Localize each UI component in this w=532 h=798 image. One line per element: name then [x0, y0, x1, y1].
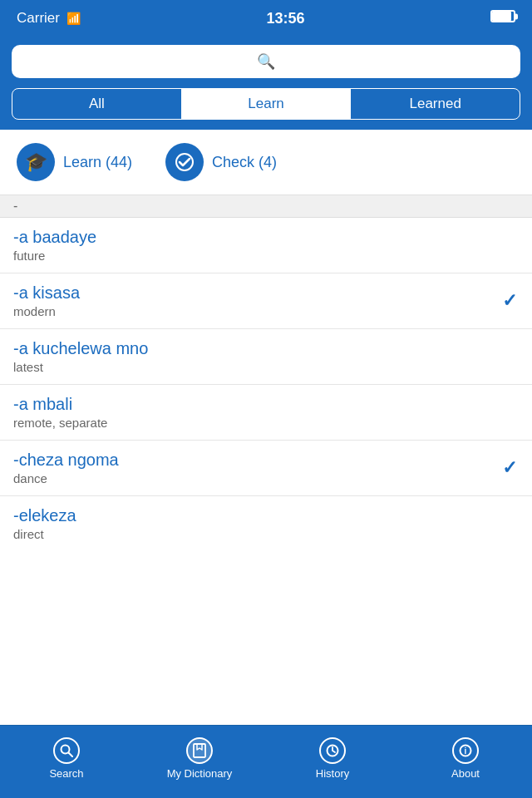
search-bar[interactable]: 🔍: [12, 45, 520, 78]
learn-stat[interactable]: 🎓 Learn (44): [17, 143, 132, 181]
status-bar: Carrier 📶 13:56: [0, 0, 532, 37]
word-item[interactable]: -a kisasa modern ✓: [0, 273, 532, 329]
svg-rect-3: [194, 744, 205, 757]
word-item[interactable]: -cheza ngoma dance ✓: [0, 441, 532, 496]
checkmark-icon: ✓: [502, 290, 517, 312]
tab-history-label: History: [316, 767, 349, 780]
stats-row: 🎓 Learn (44) Check (4): [0, 130, 532, 195]
word-definition: direct: [13, 527, 519, 541]
search-icon: 🔍: [257, 52, 275, 71]
check-stat-label: Check (4): [212, 154, 277, 171]
section-header: -: [0, 195, 532, 218]
word-definition: remote, separate: [13, 416, 519, 430]
status-bar-left: Carrier 📶: [17, 10, 81, 27]
learn-icon: 🎓: [17, 143, 55, 181]
segment-container: All Learn Learned: [0, 88, 532, 130]
segment-control: All Learn Learned: [12, 88, 520, 120]
word-definition: dance: [13, 471, 519, 485]
tab-about-label: About: [451, 767, 480, 780]
svg-text:i: i: [465, 746, 467, 756]
word-item[interactable]: -a mbali remote, separate: [0, 385, 532, 441]
tab-about[interactable]: i About: [399, 737, 532, 786]
tab-my-dictionary[interactable]: My Dictionary: [133, 737, 266, 786]
tab-search[interactable]: Search: [0, 737, 133, 786]
word-title: -elekeza: [13, 506, 519, 525]
tab-learn[interactable]: Learn: [182, 89, 352, 119]
time-label: 13:56: [266, 10, 304, 27]
learn-stat-label: Learn (44): [63, 154, 132, 171]
wifi-icon: 📶: [66, 12, 81, 25]
word-title: -a kuchelewa mno: [13, 339, 519, 358]
about-tab-icon: i: [452, 737, 479, 764]
word-item[interactable]: -a baadaye future: [0, 218, 532, 273]
history-tab-icon: [319, 737, 346, 764]
checkmark-icon: ✓: [502, 457, 517, 479]
tab-bar: Search My Dictionary History i About: [0, 725, 532, 798]
search-tab-icon: [53, 737, 80, 764]
check-stat[interactable]: Check (4): [165, 143, 277, 181]
battery-icon: [490, 10, 515, 27]
word-title: -a mbali: [13, 395, 519, 414]
my-dictionary-tab-icon: [186, 737, 213, 764]
svg-line-2: [69, 753, 73, 757]
word-title: -a baadaye: [13, 228, 519, 247]
word-definition: future: [13, 249, 519, 263]
tab-search-label: Search: [49, 767, 83, 780]
word-title: -cheza ngoma: [13, 451, 519, 470]
word-item[interactable]: -a kuchelewa mno latest: [0, 329, 532, 385]
tab-history[interactable]: History: [266, 737, 399, 786]
word-list: -a baadaye future -a kisasa modern ✓ -a …: [0, 218, 532, 551]
word-title: -a kisasa: [13, 283, 519, 303]
carrier-label: Carrier: [17, 10, 60, 27]
word-item[interactable]: -elekeza direct: [0, 496, 532, 551]
search-container: 🔍: [0, 37, 532, 88]
word-definition: modern: [13, 304, 519, 318]
check-icon: [165, 143, 204, 181]
tab-learned[interactable]: Learned: [351, 89, 520, 119]
tab-my-dictionary-label: My Dictionary: [167, 767, 233, 780]
word-definition: latest: [13, 360, 519, 374]
tab-all[interactable]: All: [12, 89, 182, 119]
